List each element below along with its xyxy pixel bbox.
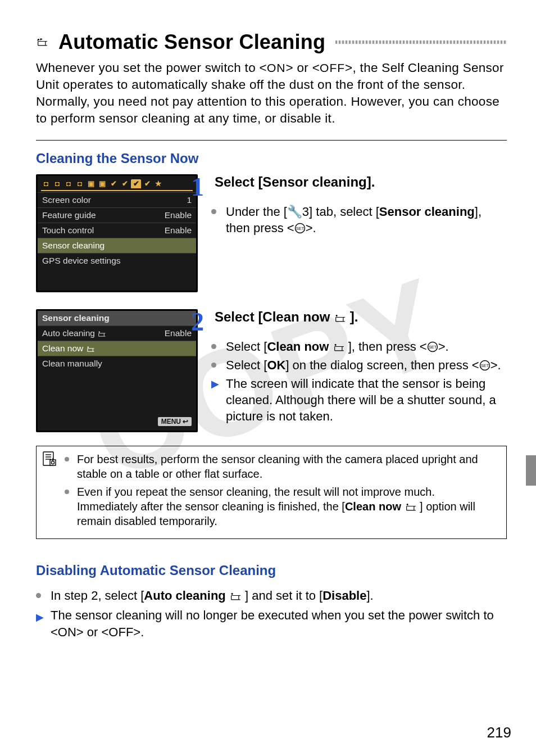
bullet-dot-icon: [65, 457, 69, 461]
menu-item-gps-settings: GPS device settings: [38, 253, 196, 268]
menu-item-clean-now: Clean now: [38, 341, 196, 356]
svg-rect-11: [87, 348, 93, 351]
lcd2-header: Sensor cleaning: [38, 311, 196, 325]
step-2-bullet-3: ▶ The screen will indicate that the sens…: [211, 375, 507, 424]
lcd-screenshot-1: ◘ ◘ ◘ ◘ ▣ ▣ ✔ ✔ ✔ ✔ ★ Screen color1 Feat…: [36, 174, 198, 292]
divider: [36, 140, 507, 141]
star-tab-icon: ★: [153, 179, 163, 188]
return-icon: ↩: [183, 418, 188, 425]
menu-return-button: MENU↩: [158, 417, 192, 426]
note-2: Even if you repeat the sensor cleaning, …: [65, 485, 498, 528]
svg-text:SET: SET: [428, 345, 437, 350]
subhead-disable: Disabling Automatic Sensor Cleaning: [36, 563, 507, 578]
sensor-clean-icon: [229, 592, 242, 601]
power-on-label: ON: [58, 625, 76, 639]
wrench-tab-icon: ✔: [142, 179, 152, 188]
power-on-label: ON: [267, 61, 286, 74]
step-number-2: 2: [191, 309, 209, 335]
svg-point-20: [335, 344, 336, 345]
svg-rect-7: [99, 333, 105, 336]
step-2-bullet-2: Select [OK] on the dialog screen, then p…: [211, 357, 507, 373]
sensor-clean-icon: [333, 343, 345, 352]
wrench-tab-icon-selected: ✔: [131, 179, 141, 188]
page-edge-tab: [526, 455, 536, 486]
notes-box: For best results, perform the sensor cle…: [36, 446, 507, 539]
menu-item-screen-color: Screen color1: [38, 192, 196, 207]
wrench-tab-icon: ✔: [108, 179, 119, 188]
note-1: For best results, perform the sensor cle…: [65, 452, 498, 481]
svg-point-8: [99, 332, 99, 332]
play-tab-icon: ▣: [86, 179, 96, 188]
sensor-clean-icon: [334, 314, 346, 323]
menu-item-clean-manually: Clean manually: [38, 356, 196, 371]
svg-point-39: [231, 593, 233, 594]
set-button-icon: SET: [479, 360, 490, 371]
bullet-dot-icon: [65, 490, 69, 494]
sensor-clean-icon: [86, 346, 95, 352]
power-off-label: OFF: [108, 625, 133, 639]
triangle-bullet-icon: ▶: [36, 610, 44, 624]
svg-text:SET: SET: [480, 363, 489, 368]
set-button-icon: SET: [427, 341, 438, 352]
sensor-clean-icon: [405, 503, 417, 511]
lcd1-tab-underline: [41, 190, 193, 191]
svg-point-35: [407, 504, 408, 505]
svg-rect-2: [38, 42, 46, 46]
lcd1-tabbar: ◘ ◘ ◘ ◘ ▣ ▣ ✔ ✔ ✔ ✔ ★: [38, 176, 196, 190]
step-1-row: ◘ ◘ ◘ ◘ ▣ ▣ ✔ ✔ ✔ ✔ ★ Screen color1 Feat…: [36, 174, 507, 292]
play-tab-icon: ▣: [97, 179, 107, 188]
power-off-label: OFF: [320, 61, 345, 74]
menu-item-touch-control: Touch controlEnable: [38, 223, 196, 238]
disable-bullet-2: ▶ The sensor cleaning will no longer be …: [36, 607, 507, 641]
note-icon: [42, 451, 57, 470]
wrench-tab-icon: ✔: [120, 179, 130, 188]
svg-rect-15: [336, 317, 343, 321]
step-1-bullet-1: Under the [🔧3] tab, select [Sensor clean…: [211, 203, 507, 236]
step-2-bullet-1: Select [Clean now ], then press <SET>.: [211, 338, 507, 355]
title-rule: [335, 40, 507, 44]
step-2-title: Select [Clean now ].: [215, 309, 358, 325]
camera-tab-icon: ◘: [63, 179, 74, 188]
disable-bullet-1: In step 2, select [Auto cleaning ] and s…: [36, 587, 507, 604]
svg-text:SET: SET: [296, 226, 304, 231]
camera-tab-icon: ◘: [75, 179, 85, 188]
camera-tab-icon: ◘: [52, 179, 62, 188]
lcd2-menu-return: MENU↩: [38, 415, 196, 431]
menu-item-sensor-cleaning: Sensor cleaning: [38, 238, 196, 253]
sensor-clean-icon: [36, 38, 48, 47]
svg-rect-34: [406, 506, 414, 510]
page-number: 219: [487, 724, 511, 741]
menu-item-feature-guide: Feature guideEnable: [38, 207, 196, 223]
page-title: Automatic Sensor Cleaning: [58, 30, 325, 54]
intro-paragraph: Whenever you set the power switch to <ON…: [36, 60, 507, 128]
step-number-1: 1: [191, 174, 209, 200]
bullet-dot-icon: [211, 209, 216, 214]
lcd-screenshot-2: Sensor cleaning Auto cleaning Enable Cle…: [36, 309, 198, 432]
svg-rect-19: [334, 346, 342, 350]
step-2-row: Sensor cleaning Auto cleaning Enable Cle…: [36, 309, 507, 432]
camera-tab-icon: ◘: [41, 179, 51, 188]
set-button-icon: SET: [294, 223, 306, 234]
step-1-title: Select [Sensor cleaning].: [215, 174, 375, 191]
svg-point-12: [88, 347, 88, 347]
bullet-dot-icon: [211, 363, 216, 368]
svg-point-16: [336, 315, 337, 316]
page-title-row: Automatic Sensor Cleaning: [36, 30, 507, 54]
subhead-cleaning-now: Cleaning the Sensor Now: [36, 151, 507, 166]
menu-item-auto-cleaning: Auto cleaning Enable: [38, 325, 196, 341]
sensor-clean-icon: [97, 331, 106, 337]
triangle-bullet-icon: ▶: [211, 378, 219, 391]
wrench-icon: 🔧: [287, 203, 302, 220]
svg-rect-38: [231, 595, 239, 599]
bullet-dot-icon: [36, 593, 41, 598]
bullet-dot-icon: [211, 344, 216, 349]
